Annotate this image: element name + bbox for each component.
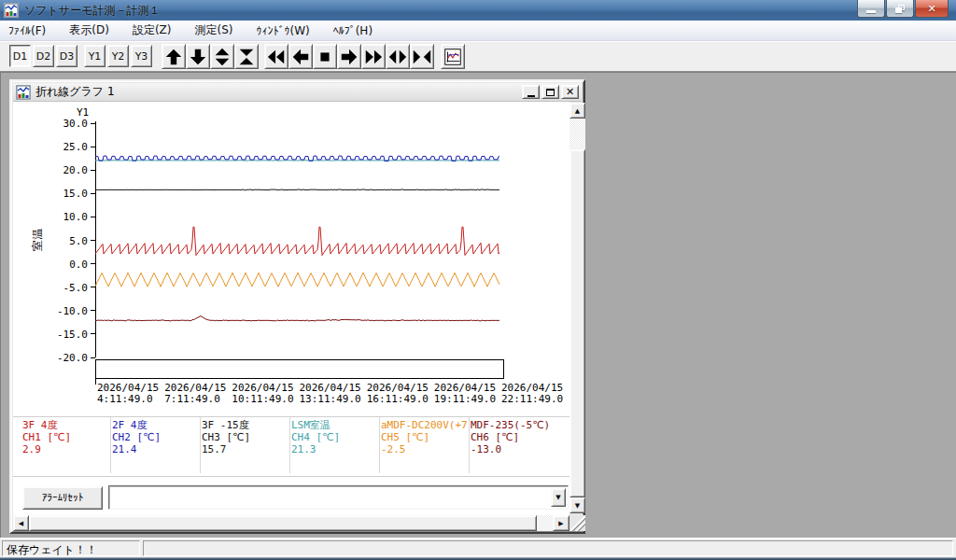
step-left-icon <box>290 47 311 67</box>
child-window-title: 折れ線グラフ 1 <box>35 84 115 100</box>
legend-channel-5: aMDF-DC200V(+7CH5 [℃]-2.5 <box>381 419 470 473</box>
legend-name: 2F 4度 <box>112 419 201 431</box>
scroll-up-button[interactable]: ▲ <box>569 103 585 119</box>
legend-name: aMDF-DC200V(+7 <box>381 419 470 431</box>
toolbar-toggle-y1[interactable]: Y1 <box>84 45 105 67</box>
child-minimize-icon <box>527 95 535 97</box>
vscroll-thumb[interactable] <box>569 149 585 497</box>
child-minimize-button[interactable] <box>522 85 540 99</box>
stop-button[interactable] <box>313 44 337 69</box>
menu-item-4[interactable]: ｳｨﾝﾄﾞｳ(W) <box>247 21 317 40</box>
expand-vertical-button[interactable] <box>210 44 234 69</box>
menu-item-5[interactable]: ﾍﾙﾌﾟ(H) <box>325 21 381 40</box>
step-right-button[interactable] <box>337 44 361 69</box>
compress-vertical-button[interactable] <box>234 44 259 69</box>
alarm-reset-button[interactable]: ｱﾗｰﾑﾘｾｯﾄ <box>22 486 103 510</box>
legend-channel-label: CH6 [℃] <box>471 431 559 443</box>
child-close-button[interactable]: ✕ <box>561 85 579 99</box>
rewind-button[interactable] <box>264 44 288 69</box>
child-maximize-button[interactable] <box>541 85 559 99</box>
svg-text:16:11:49.0: 16:11:49.0 <box>367 393 429 405</box>
main-title-bar: ソフトサーモ計測－計測１ ✕ <box>0 0 956 21</box>
horizontal-scrollbar[interactable]: ◀ ▶ <box>13 515 569 531</box>
svg-text:15.0: 15.0 <box>63 188 89 200</box>
svg-text:0.0: 0.0 <box>69 259 88 271</box>
svg-text:室温: 室温 <box>31 229 44 251</box>
legend-current-value: -13.0 <box>471 443 559 455</box>
legend-channel-label: CH5 [℃] <box>381 431 470 443</box>
svg-text:25.0: 25.0 <box>63 141 89 153</box>
legend-name: 3F 4度 <box>22 419 111 431</box>
legend-name: LSM室温 <box>291 419 380 431</box>
legend-current-value: 21.4 <box>112 443 201 455</box>
expand-horizontal-button[interactable] <box>386 44 410 69</box>
step-left-button[interactable] <box>288 44 313 69</box>
toolbar-toggle-d3[interactable]: D3 <box>56 45 77 67</box>
vertical-scrollbar[interactable]: ▲ ▼ <box>569 103 585 513</box>
restore-button[interactable] <box>886 0 914 18</box>
app-icon <box>4 3 19 18</box>
toolbar-toggle-y3[interactable]: Y3 <box>131 45 152 67</box>
graph-window-icon <box>443 47 463 67</box>
channel-legend: 3F 4度CH1 [℃]2.92F 4度CH2 [℃]21.43F -15度CH… <box>13 417 569 476</box>
svg-text:20.0: 20.0 <box>63 164 89 176</box>
restore-icon <box>895 5 905 13</box>
status-panel-right <box>143 540 953 556</box>
hscroll-track[interactable] <box>537 515 553 531</box>
child-close-icon: ✕ <box>566 87 574 97</box>
scroll-left-button[interactable]: ◀ <box>13 515 29 531</box>
legend-channel-1: 3F 4度CH1 [℃]2.9 <box>22 419 111 473</box>
close-button[interactable]: ✕ <box>915 0 949 18</box>
legend-divider-bottom <box>13 476 569 477</box>
menu-item-3[interactable]: 測定(S) <box>186 20 241 41</box>
menu-item-0[interactable]: ﾌｧｲﾙ(F) <box>0 21 54 40</box>
svg-text:5.0: 5.0 <box>69 235 88 247</box>
app-window: { "window": { "title": "ソフトサーモ計測－計測１", "… <box>0 0 956 560</box>
svg-text:13:11:49.0: 13:11:49.0 <box>300 393 361 405</box>
legend-channel-2: 2F 4度CH2 [℃]21.4 <box>112 419 201 473</box>
graph-window-title-icon <box>16 85 31 100</box>
svg-text:-20.0: -20.0 <box>57 352 88 364</box>
alarm-combo-input[interactable] <box>112 488 549 507</box>
compress-horizontal-button[interactable] <box>410 44 434 69</box>
legend-name: 3F -15度 <box>202 419 290 431</box>
pan-down-button[interactable] <box>186 44 210 69</box>
legend-current-value: -2.5 <box>381 443 470 455</box>
toolbar-toggle-d2[interactable]: D2 <box>33 45 54 67</box>
fast-forward-button[interactable] <box>361 44 386 69</box>
vscroll-track[interactable] <box>569 119 585 149</box>
rewind-icon <box>266 47 287 67</box>
svg-text:10:11:49.0: 10:11:49.0 <box>232 393 293 405</box>
combo-dropdown-button[interactable]: ▼ <box>551 488 566 507</box>
menu-bar: ﾌｧｲﾙ(F)表示(D)設定(Z)測定(S)ｳｨﾝﾄﾞｳ(W)ﾍﾙﾌﾟ(H) <box>0 21 956 41</box>
pan-up-button[interactable] <box>162 44 186 69</box>
graph-window-button[interactable] <box>441 44 465 69</box>
legend-current-value: 15.7 <box>202 443 290 455</box>
expand-vertical-icon <box>212 47 232 67</box>
close-icon: ✕ <box>927 4 935 14</box>
menu-item-1[interactable]: 表示(D) <box>61 20 118 41</box>
svg-text:7:11:49.0: 7:11:49.0 <box>164 393 220 405</box>
scroll-down-button[interactable]: ▼ <box>569 497 585 513</box>
toolbar-toggle-d1[interactable]: D1 <box>9 45 31 67</box>
expand-horizontal-icon <box>387 47 408 67</box>
status-bar: 保存ウェイト！！ <box>0 538 956 557</box>
svg-text:22:11:49.0: 22:11:49.0 <box>501 393 563 405</box>
legend-channel-label: CH1 [℃] <box>22 431 111 443</box>
alarm-combo-box: ▼ <box>108 485 569 510</box>
line-chart: 30.025.020.015.010.05.00.0-5.0-10.0-15.0… <box>13 102 569 412</box>
status-message: 保存ウェイト！！ <box>2 540 140 556</box>
resize-grip[interactable] <box>569 515 585 531</box>
minimize-button[interactable] <box>857 0 885 18</box>
toolbar: D1D2D3Y1Y2Y3 <box>0 41 956 72</box>
child-maximize-icon <box>546 89 555 96</box>
hscroll-thumb[interactable] <box>29 515 537 531</box>
scroll-right-button[interactable]: ▶ <box>553 515 569 531</box>
child-title-bar[interactable]: 折れ線グラフ 1 ✕ <box>13 83 582 102</box>
minimize-icon <box>866 10 876 13</box>
toolbar-toggle-y2[interactable]: Y2 <box>107 45 129 67</box>
step-right-icon <box>339 47 359 67</box>
menu-item-2[interactable]: 設定(Z) <box>124 20 180 41</box>
svg-text:4:11:49.0: 4:11:49.0 <box>97 393 153 405</box>
svg-text:-5.0: -5.0 <box>63 282 89 294</box>
